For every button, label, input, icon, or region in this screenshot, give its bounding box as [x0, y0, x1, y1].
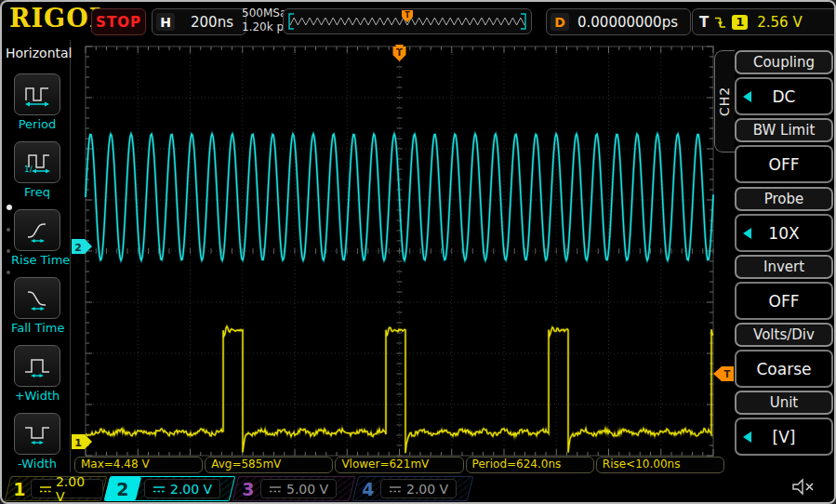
- volts-div-label: Volts/Div: [735, 323, 833, 347]
- menu-item-bw-limit: BW Limit OFF: [735, 118, 833, 183]
- trigger-position-marker[interactable]: T: [393, 45, 406, 61]
- freq-button[interactable]: 1/: [14, 141, 60, 183]
- fall-time-icon: [23, 286, 51, 311]
- waveform-preview[interactable]: T: [283, 8, 532, 34]
- trigger-label: T: [699, 14, 709, 31]
- channel-menu-tab: CH2: [714, 50, 735, 153]
- channel-status-bar: 1 2.00 V 2 2.00 V 3: [2, 475, 834, 502]
- unit-value-button[interactable]: [V]: [735, 418, 833, 456]
- trigger-level-value: 2.56 V: [757, 14, 802, 31]
- sidebar-item-rise-time[interactable]: Rise Time: [11, 209, 63, 267]
- minus-width-icon: [23, 422, 51, 446]
- unit-label: Unit: [735, 391, 833, 415]
- h-badge: H: [156, 13, 175, 31]
- plus-width-icon: [23, 354, 51, 378]
- freq-icon: 1/: [23, 151, 51, 175]
- measurement-rise[interactable]: Rise<10.00ns: [596, 457, 724, 473]
- period-icon: [23, 83, 51, 107]
- channel-1-scale: 2.00 V: [31, 479, 103, 498]
- svg-text:T: T: [724, 369, 731, 379]
- falling-edge-icon: [714, 15, 726, 30]
- invert-value-button[interactable]: OFF: [735, 282, 833, 320]
- left-arrow-icon: [743, 228, 751, 239]
- trigger-level-marker[interactable]: T: [713, 366, 734, 381]
- measurement-bar: Max=4.48 V Avg=585mV Vlower=621mV Period…: [74, 457, 724, 473]
- channel-3-scale: 5.00 V: [260, 479, 337, 498]
- channel-1-zero-marker[interactable]: 1: [72, 434, 92, 449]
- rise-time-button[interactable]: [14, 209, 60, 251]
- plus-width-button[interactable]: [14, 345, 60, 387]
- preview-waveform-icon: T: [285, 10, 529, 33]
- channel-menu-tab-label: CH2: [718, 86, 733, 116]
- menu-item-invert: Invert OFF: [735, 255, 833, 320]
- coupling-label: Coupling: [735, 50, 833, 74]
- invert-label: Invert: [735, 255, 833, 279]
- measurement-vlower[interactable]: Vlower=621mV: [335, 457, 463, 473]
- channel-3-status[interactable]: 3 5.00 V: [232, 476, 356, 501]
- dc-coupling-icon: [153, 484, 166, 494]
- run-state-button[interactable]: STOP: [91, 8, 146, 35]
- channel-2-selected-highlight: 2: [104, 477, 141, 500]
- minus-width-button[interactable]: [14, 413, 60, 455]
- rise-time-icon: [23, 219, 51, 243]
- measurement-period[interactable]: Period=624.0ns: [466, 457, 594, 473]
- menu-item-coupling: Coupling DC: [735, 50, 833, 115]
- menu-page-dot: [7, 249, 10, 253]
- channel-2-scale: 2.00 V: [144, 479, 220, 498]
- menu-page-dot: [7, 271, 10, 274]
- probe-value-button[interactable]: 10X: [735, 214, 833, 252]
- menu-page-dot: [7, 228, 10, 232]
- graticule-display: 21TT: [72, 45, 736, 461]
- channel-4-status[interactable]: 4 2.00 V: [352, 476, 474, 501]
- delay-badge: D: [551, 13, 569, 31]
- dc-coupling-icon: [269, 484, 282, 494]
- channel-4-scale: 2.00 V: [380, 479, 457, 498]
- sidebar-item-freq[interactable]: 1/ Freq: [11, 141, 63, 199]
- channel-2-status-selected[interactable]: 2 2.00 V: [104, 476, 236, 501]
- volts-div-value-button[interactable]: Coarse: [735, 350, 833, 388]
- bw-limit-label: BW Limit: [735, 118, 833, 142]
- timebase-value: 200ns: [182, 14, 242, 31]
- svg-text:T: T: [405, 11, 410, 20]
- coupling-value-button[interactable]: DC: [735, 77, 833, 115]
- channel-1-status[interactable]: 1 2.00 V: [5, 476, 108, 501]
- sidebar-item-minus-width[interactable]: -Width: [11, 413, 63, 471]
- left-arrow-icon: [743, 431, 751, 443]
- svg-text:2: 2: [74, 242, 82, 254]
- fall-time-button[interactable]: [14, 277, 60, 319]
- left-arrow-icon: [743, 91, 751, 102]
- trigger-source-badge: 1: [732, 15, 748, 30]
- delay-box[interactable]: D 0.00000000ps: [546, 8, 691, 35]
- sidebar-item-plus-width[interactable]: +Width: [11, 345, 63, 403]
- measurement-avg[interactable]: Avg=585mV: [205, 457, 333, 473]
- svg-text:1: 1: [74, 437, 82, 449]
- horizontal-timebase-box[interactable]: H 200ns: [152, 8, 246, 35]
- measurement-max[interactable]: Max=4.48 V: [74, 457, 203, 473]
- sidebar-item-fall-time[interactable]: Fall Time: [11, 277, 63, 335]
- ch2-sine-trace: [86, 134, 713, 260]
- trigger-status-box[interactable]: T 1 2.56 V: [692, 8, 836, 35]
- period-button[interactable]: [14, 73, 60, 115]
- menu-item-volts-div: Volts/Div Coarse: [735, 323, 833, 388]
- sound-muted-icon[interactable]: [791, 478, 817, 500]
- menu-page-dot-active: [7, 205, 12, 210]
- delay-value: 0.00000000ps: [569, 14, 686, 31]
- dc-coupling-icon: [39, 484, 51, 494]
- menu-item-unit: Unit [V]: [735, 391, 833, 456]
- probe-label: Probe: [735, 187, 833, 211]
- svg-text:1/: 1/: [24, 165, 33, 174]
- sidebar-item-period[interactable]: Period: [11, 73, 63, 131]
- bw-limit-value-button[interactable]: OFF: [735, 145, 833, 183]
- sidebar-title: Horizontal: [6, 46, 72, 60]
- dc-coupling-icon: [389, 484, 402, 494]
- menu-item-probe: Probe 10X: [735, 187, 833, 252]
- oscilloscope-screen: RIGOL STOP H 200ns 500MSa/s 1.20k pts T …: [0, 0, 836, 504]
